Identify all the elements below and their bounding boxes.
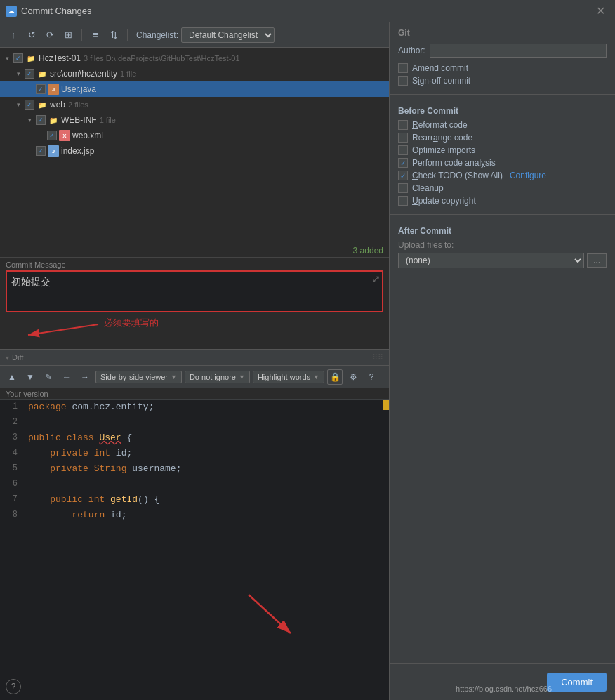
help-diff-button[interactable]: ? [364, 369, 379, 385]
line-content: private String username; [22, 462, 389, 477]
tree-item-web[interactable]: ▾ ✓ 📁 web 2 files [0, 97, 389, 112]
upload-dots-button[interactable]: ... [587, 253, 607, 268]
diff-collapse-arrow[interactable]: ▾ [6, 354, 9, 362]
line-number: 2 [0, 416, 22, 431]
changelist-dropdown[interactable]: Default Changelist [181, 27, 275, 43]
tree-checkbox[interactable]: ✓ [36, 146, 46, 156]
code-line: 8 return id; [0, 508, 389, 524]
viewer-dropdown[interactable]: Side-by-side viewer ▼ [95, 371, 182, 383]
commit-quick-button[interactable]: ↑ [6, 27, 21, 43]
expand-arrow[interactable]: ▾ [14, 70, 22, 78]
folder-icon: 📁 [25, 53, 37, 64]
expand-arrow[interactable]: ▾ [3, 54, 11, 62]
reformat-checkbox[interactable] [398, 120, 408, 130]
configure-link[interactable]: Configure [510, 171, 546, 180]
diff-header[interactable]: ▾ Diff ⠿⠿ [0, 349, 389, 366]
amend-commit-label[interactable]: Amend commit [412, 63, 468, 73]
changelist-label: Changelist: [136, 30, 178, 40]
tree-checkbox[interactable]: ✓ [36, 84, 46, 94]
svg-line-3 [249, 595, 291, 633]
cleanup-checkbox[interactable] [398, 183, 408, 193]
rearrange-label[interactable]: Rearrange code [412, 133, 472, 143]
tree-item-userjava[interactable]: ✓ J User.java [0, 81, 389, 97]
code-line: 4 private int id; [0, 447, 389, 462]
code-line: 6 [0, 477, 389, 493]
signoff-commit-label[interactable]: Sign-off commit [412, 76, 470, 86]
line-content: public int getId() { [22, 493, 389, 508]
lock-button[interactable]: 🔒 [327, 369, 343, 385]
line-content: private int id; [22, 447, 389, 462]
help-button[interactable]: ? [6, 679, 21, 694]
rearrange-checkbox[interactable] [398, 133, 408, 143]
added-badge: 3 added [0, 244, 389, 258]
rollback-button[interactable]: ↺ [24, 27, 39, 43]
ignore-dropdown[interactable]: Do not ignore ▼ [185, 371, 250, 383]
git-label: Git [398, 28, 607, 38]
expand-all-button[interactable]: ≡ [88, 27, 103, 43]
code-line: 5 private String username; [0, 462, 389, 477]
cleanup-label[interactable]: Cleanup [412, 183, 444, 193]
optimize-label[interactable]: Optimize imports [412, 145, 475, 155]
amend-commit-checkbox[interactable] [398, 63, 408, 73]
check-todo-label[interactable]: Check TODO (Show All) [412, 171, 503, 180]
line-number: 8 [0, 508, 22, 524]
diff-toolbar: ▲ ▼ ✎ ← → Side-by-side viewer ▼ Do not i… [0, 366, 389, 388]
highlight-dropdown[interactable]: Highlight words ▼ [253, 371, 324, 383]
tree-label: index.jsp [61, 146, 94, 156]
commit-message-section: Commit Message 初始提交 ⤢ [0, 258, 389, 314]
optimize-row: Optimize imports [398, 145, 607, 155]
diff-resize-handle[interactable]: ⠿⠿ [372, 353, 383, 362]
tree-checkbox[interactable]: ✓ [25, 100, 34, 110]
update-copyright-checkbox[interactable] [398, 196, 408, 206]
group-button[interactable]: ⊞ [60, 27, 76, 43]
tree-label: web.xml [72, 131, 103, 140]
commit-message-input[interactable]: 初始提交 [6, 270, 383, 312]
no-arrow [25, 85, 34, 93]
title-bar-left: ☁ Commit Changes [6, 6, 91, 17]
left-panel: ↑ ↺ ⟳ ⊞ ≡ ⇅ Changelist: Default Changeli… [0, 22, 390, 700]
tree-label: src\com\hcz\entity [50, 69, 117, 79]
line-content [22, 416, 389, 431]
upload-dropdown[interactable]: (none) [398, 253, 584, 268]
perform-analysis-label[interactable]: Perform code analysis [412, 158, 496, 168]
expand-arrow[interactable]: ▾ [25, 116, 34, 124]
update-copyright-label[interactable]: Update copyright [412, 196, 476, 206]
diff-forward-button[interactable]: → [77, 369, 93, 385]
tree-checkbox[interactable]: ✓ [47, 131, 57, 140]
expand-icon[interactable]: ⤢ [372, 273, 381, 284]
collapse-all-button[interactable]: ⇅ [106, 27, 121, 43]
diff-edit-button[interactable]: ✎ [41, 369, 56, 385]
upload-label: Upload files to: [398, 240, 607, 250]
tree-checkbox[interactable]: ✓ [13, 53, 23, 63]
settings-button[interactable]: ⚙ [345, 369, 361, 385]
perform-analysis-checkbox[interactable]: ✓ [398, 158, 408, 168]
after-commit-section: After Commit Upload files to: (none) ... [390, 215, 615, 274]
annotation-container: 必须要填写的 [0, 314, 389, 349]
diff-next-change-button[interactable]: ▼ [22, 369, 38, 385]
tree-item-webinf[interactable]: ▾ ✓ 📁 WEB-INF 1 file [0, 112, 389, 128]
tree-checkbox[interactable]: ✓ [36, 115, 46, 125]
tree-item-indexjsp[interactable]: ✓ J index.jsp [0, 143, 389, 159]
author-input[interactable] [430, 44, 607, 58]
diff-arrow-svg [234, 588, 319, 644]
diff-prev-change-button[interactable]: ▲ [4, 369, 20, 385]
line-number: 1 [0, 400, 22, 416]
expand-arrow[interactable]: ▾ [14, 100, 22, 109]
tree-item-hcztest[interactable]: ▾ ✓ 📁 HczTest-01 3 files D:\IdeaProjects… [0, 51, 389, 66]
optimize-checkbox[interactable] [398, 145, 408, 155]
commit-message-label: Commit Message [6, 260, 383, 269]
refresh-button[interactable]: ⟳ [42, 27, 58, 43]
commit-button[interactable]: Commit [547, 673, 607, 692]
line-number: 5 [0, 462, 22, 477]
signoff-commit-checkbox[interactable] [398, 76, 408, 86]
tree-item-webxml[interactable]: ✓ X web.xml [0, 128, 389, 143]
xml-file-icon: X [59, 130, 70, 141]
check-todo-checkbox[interactable]: ✓ [398, 171, 408, 180]
tree-item-entity[interactable]: ▾ ✓ 📁 src\com\hcz\entity 1 file [0, 66, 389, 81]
tree-checkbox[interactable]: ✓ [25, 69, 34, 79]
close-button[interactable]: ✕ [592, 3, 609, 19]
code-area[interactable]: 1 package com.hcz.entity; 2 3 public cla… [0, 400, 389, 700]
git-section: Git Author: Amend commit Sign-off commit [390, 22, 615, 95]
reformat-label[interactable]: Reformat code [412, 120, 468, 130]
diff-back-button[interactable]: ← [59, 369, 74, 385]
